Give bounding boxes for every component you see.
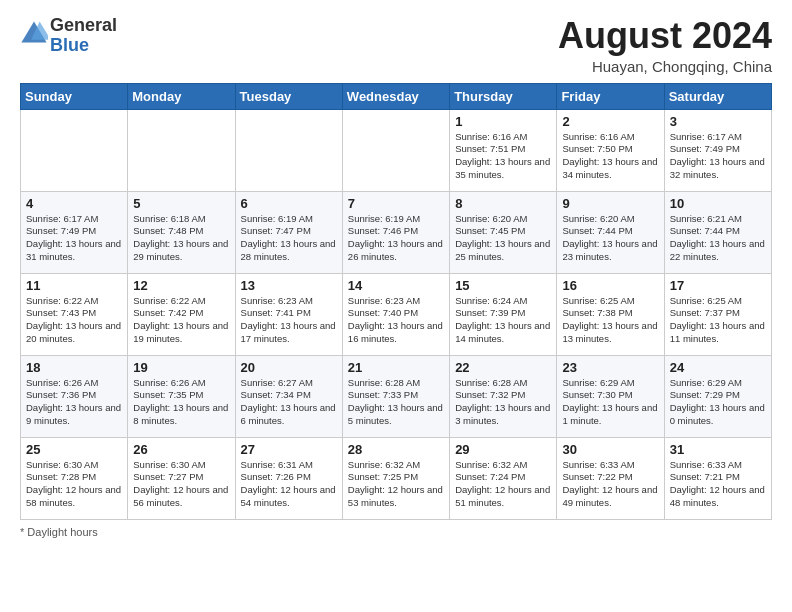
title-block: August 2024 Huayan, Chongqing, China xyxy=(558,16,772,75)
day-number: 8 xyxy=(455,196,551,211)
calendar-cell: 29Sunrise: 6:32 AM Sunset: 7:24 PM Dayli… xyxy=(450,437,557,519)
day-number: 22 xyxy=(455,360,551,375)
col-thursday: Thursday xyxy=(450,83,557,109)
week-row-4: 18Sunrise: 6:26 AM Sunset: 7:36 PM Dayli… xyxy=(21,355,772,437)
day-number: 27 xyxy=(241,442,337,457)
calendar-cell: 28Sunrise: 6:32 AM Sunset: 7:25 PM Dayli… xyxy=(342,437,449,519)
calendar-cell xyxy=(21,109,128,191)
day-number: 16 xyxy=(562,278,658,293)
day-info: Sunrise: 6:22 AM Sunset: 7:42 PM Dayligh… xyxy=(133,295,229,346)
col-monday: Monday xyxy=(128,83,235,109)
day-number: 6 xyxy=(241,196,337,211)
calendar-cell: 18Sunrise: 6:26 AM Sunset: 7:36 PM Dayli… xyxy=(21,355,128,437)
day-number: 10 xyxy=(670,196,766,211)
day-number: 19 xyxy=(133,360,229,375)
calendar-cell: 15Sunrise: 6:24 AM Sunset: 7:39 PM Dayli… xyxy=(450,273,557,355)
page: General Blue August 2024 Huayan, Chongqi… xyxy=(0,0,792,612)
day-number: 14 xyxy=(348,278,444,293)
day-info: Sunrise: 6:29 AM Sunset: 7:30 PM Dayligh… xyxy=(562,377,658,428)
calendar-cell: 5Sunrise: 6:18 AM Sunset: 7:48 PM Daylig… xyxy=(128,191,235,273)
day-info: Sunrise: 6:23 AM Sunset: 7:40 PM Dayligh… xyxy=(348,295,444,346)
calendar-cell: 8Sunrise: 6:20 AM Sunset: 7:45 PM Daylig… xyxy=(450,191,557,273)
location: Huayan, Chongqing, China xyxy=(558,58,772,75)
calendar-cell: 31Sunrise: 6:33 AM Sunset: 7:21 PM Dayli… xyxy=(664,437,771,519)
day-number: 17 xyxy=(670,278,766,293)
footer-note: * Daylight hours xyxy=(20,526,772,538)
day-info: Sunrise: 6:32 AM Sunset: 7:24 PM Dayligh… xyxy=(455,459,551,510)
day-info: Sunrise: 6:25 AM Sunset: 7:38 PM Dayligh… xyxy=(562,295,658,346)
day-number: 2 xyxy=(562,114,658,129)
col-saturday: Saturday xyxy=(664,83,771,109)
calendar-cell: 20Sunrise: 6:27 AM Sunset: 7:34 PM Dayli… xyxy=(235,355,342,437)
day-info: Sunrise: 6:17 AM Sunset: 7:49 PM Dayligh… xyxy=(670,131,766,182)
day-number: 24 xyxy=(670,360,766,375)
day-number: 11 xyxy=(26,278,122,293)
calendar-cell: 7Sunrise: 6:19 AM Sunset: 7:46 PM Daylig… xyxy=(342,191,449,273)
day-info: Sunrise: 6:32 AM Sunset: 7:25 PM Dayligh… xyxy=(348,459,444,510)
day-info: Sunrise: 6:29 AM Sunset: 7:29 PM Dayligh… xyxy=(670,377,766,428)
day-info: Sunrise: 6:30 AM Sunset: 7:28 PM Dayligh… xyxy=(26,459,122,510)
day-number: 30 xyxy=(562,442,658,457)
logo-text: General Blue xyxy=(50,16,117,56)
day-info: Sunrise: 6:17 AM Sunset: 7:49 PM Dayligh… xyxy=(26,213,122,264)
day-info: Sunrise: 6:28 AM Sunset: 7:32 PM Dayligh… xyxy=(455,377,551,428)
day-info: Sunrise: 6:31 AM Sunset: 7:26 PM Dayligh… xyxy=(241,459,337,510)
header: General Blue August 2024 Huayan, Chongqi… xyxy=(20,16,772,75)
calendar-cell: 24Sunrise: 6:29 AM Sunset: 7:29 PM Dayli… xyxy=(664,355,771,437)
day-info: Sunrise: 6:20 AM Sunset: 7:45 PM Dayligh… xyxy=(455,213,551,264)
day-number: 4 xyxy=(26,196,122,211)
calendar-cell: 19Sunrise: 6:26 AM Sunset: 7:35 PM Dayli… xyxy=(128,355,235,437)
calendar-cell: 13Sunrise: 6:23 AM Sunset: 7:41 PM Dayli… xyxy=(235,273,342,355)
calendar-cell: 22Sunrise: 6:28 AM Sunset: 7:32 PM Dayli… xyxy=(450,355,557,437)
calendar-cell: 17Sunrise: 6:25 AM Sunset: 7:37 PM Dayli… xyxy=(664,273,771,355)
week-row-5: 25Sunrise: 6:30 AM Sunset: 7:28 PM Dayli… xyxy=(21,437,772,519)
week-row-3: 11Sunrise: 6:22 AM Sunset: 7:43 PM Dayli… xyxy=(21,273,772,355)
logo: General Blue xyxy=(20,16,117,56)
calendar-cell xyxy=(235,109,342,191)
calendar: Sunday Monday Tuesday Wednesday Thursday… xyxy=(20,83,772,520)
day-number: 28 xyxy=(348,442,444,457)
calendar-cell: 27Sunrise: 6:31 AM Sunset: 7:26 PM Dayli… xyxy=(235,437,342,519)
day-number: 29 xyxy=(455,442,551,457)
day-number: 23 xyxy=(562,360,658,375)
col-friday: Friday xyxy=(557,83,664,109)
day-number: 18 xyxy=(26,360,122,375)
day-info: Sunrise: 6:16 AM Sunset: 7:51 PM Dayligh… xyxy=(455,131,551,182)
calendar-cell: 25Sunrise: 6:30 AM Sunset: 7:28 PM Dayli… xyxy=(21,437,128,519)
day-info: Sunrise: 6:18 AM Sunset: 7:48 PM Dayligh… xyxy=(133,213,229,264)
day-info: Sunrise: 6:33 AM Sunset: 7:21 PM Dayligh… xyxy=(670,459,766,510)
col-wednesday: Wednesday xyxy=(342,83,449,109)
calendar-cell: 30Sunrise: 6:33 AM Sunset: 7:22 PM Dayli… xyxy=(557,437,664,519)
logo-blue: Blue xyxy=(50,35,89,55)
day-info: Sunrise: 6:26 AM Sunset: 7:36 PM Dayligh… xyxy=(26,377,122,428)
week-row-2: 4Sunrise: 6:17 AM Sunset: 7:49 PM Daylig… xyxy=(21,191,772,273)
calendar-cell: 16Sunrise: 6:25 AM Sunset: 7:38 PM Dayli… xyxy=(557,273,664,355)
day-number: 12 xyxy=(133,278,229,293)
calendar-cell: 21Sunrise: 6:28 AM Sunset: 7:33 PM Dayli… xyxy=(342,355,449,437)
day-info: Sunrise: 6:20 AM Sunset: 7:44 PM Dayligh… xyxy=(562,213,658,264)
day-number: 7 xyxy=(348,196,444,211)
day-info: Sunrise: 6:23 AM Sunset: 7:41 PM Dayligh… xyxy=(241,295,337,346)
logo-icon xyxy=(20,20,48,44)
day-info: Sunrise: 6:16 AM Sunset: 7:50 PM Dayligh… xyxy=(562,131,658,182)
calendar-cell: 10Sunrise: 6:21 AM Sunset: 7:44 PM Dayli… xyxy=(664,191,771,273)
calendar-cell: 2Sunrise: 6:16 AM Sunset: 7:50 PM Daylig… xyxy=(557,109,664,191)
daylight-hours-label: Daylight hours xyxy=(27,526,97,538)
col-sunday: Sunday xyxy=(21,83,128,109)
calendar-cell xyxy=(342,109,449,191)
month-title: August 2024 xyxy=(558,16,772,56)
calendar-cell: 4Sunrise: 6:17 AM Sunset: 7:49 PM Daylig… xyxy=(21,191,128,273)
day-info: Sunrise: 6:27 AM Sunset: 7:34 PM Dayligh… xyxy=(241,377,337,428)
calendar-cell: 14Sunrise: 6:23 AM Sunset: 7:40 PM Dayli… xyxy=(342,273,449,355)
header-row: Sunday Monday Tuesday Wednesday Thursday… xyxy=(21,83,772,109)
day-info: Sunrise: 6:22 AM Sunset: 7:43 PM Dayligh… xyxy=(26,295,122,346)
day-info: Sunrise: 6:19 AM Sunset: 7:47 PM Dayligh… xyxy=(241,213,337,264)
day-info: Sunrise: 6:21 AM Sunset: 7:44 PM Dayligh… xyxy=(670,213,766,264)
day-number: 1 xyxy=(455,114,551,129)
day-number: 25 xyxy=(26,442,122,457)
calendar-cell xyxy=(128,109,235,191)
day-info: Sunrise: 6:25 AM Sunset: 7:37 PM Dayligh… xyxy=(670,295,766,346)
day-number: 15 xyxy=(455,278,551,293)
day-info: Sunrise: 6:26 AM Sunset: 7:35 PM Dayligh… xyxy=(133,377,229,428)
day-number: 13 xyxy=(241,278,337,293)
